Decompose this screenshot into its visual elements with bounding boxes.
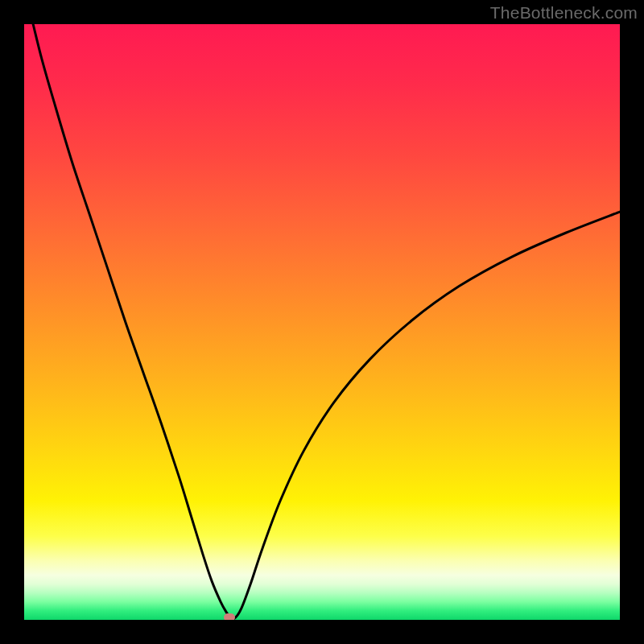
optimal-point-marker: [224, 613, 235, 620]
chart-frame: TheBottleneck.com: [0, 0, 644, 644]
plot-area: [24, 24, 620, 620]
bottleneck-curve: [24, 24, 620, 620]
watermark-text: TheBottleneck.com: [490, 3, 638, 23]
gradient-background: [24, 24, 620, 620]
